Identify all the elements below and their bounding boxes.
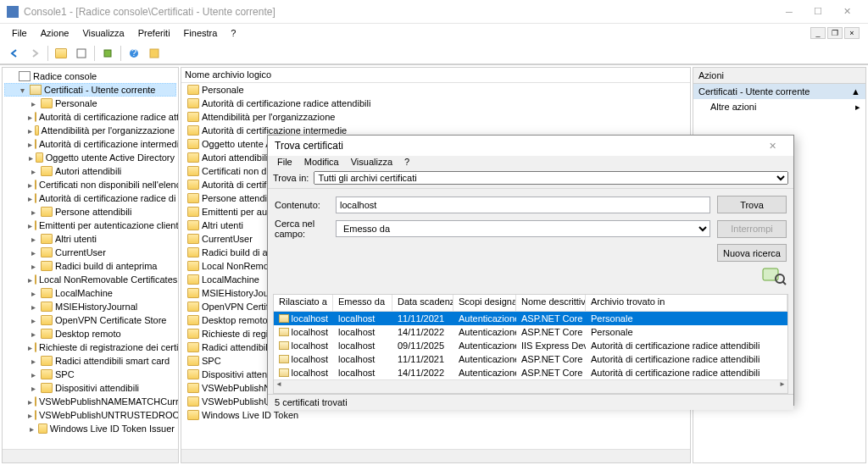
dialog-menu-visualizza[interactable]: Visualizza: [345, 156, 398, 168]
list-item[interactable]: Autorità di certificazione radice attend…: [181, 97, 690, 110]
tree-item[interactable]: ▸Attendibilità per l'organizzazione: [4, 124, 176, 137]
tree-item[interactable]: ▸OpenVPN Certificate Store: [4, 313, 176, 327]
main-menubar: File Azione Visualizza Preferiti Finestr…: [0, 24, 868, 42]
dialog-title: Trova certificati: [275, 140, 758, 152]
result-row[interactable]: localhost localhost14/11/2022 Autenticaz…: [274, 325, 787, 339]
result-row[interactable]: localhost localhost11/11/2021 Autenticaz…: [274, 352, 787, 366]
list-hscrollbar[interactable]: [181, 449, 690, 462]
help-button[interactable]: ?: [125, 44, 143, 63]
tree-item[interactable]: ▸Richieste di registrazione dei certific…: [4, 340, 176, 354]
dialog-body: Contenuto: Trova Cerca nel campo: Emesso…: [268, 189, 793, 294]
tree-item[interactable]: ▸Altri utenti: [4, 232, 176, 246]
tree-item[interactable]: ▸Dispositivi attendibili: [4, 381, 176, 395]
actions-more-label: Altre azioni: [710, 102, 756, 113]
content-input[interactable]: [336, 197, 710, 213]
main-toolbar: ?: [0, 42, 868, 64]
tree-item[interactable]: ▸Windows Live ID Token Issuer: [4, 422, 176, 435]
tree-item[interactable]: ▸Certificati non disponibili nell'elenco…: [4, 178, 176, 191]
dialog-menu-help[interactable]: ?: [398, 156, 415, 168]
tree-item[interactable]: ▸Oggetto utente Active Directory: [4, 151, 176, 164]
search-in-select[interactable]: Tutti gli archivi certificati: [314, 171, 788, 185]
tree-item[interactable]: ▸Desktop remoto: [4, 327, 176, 340]
menu-visualizza[interactable]: Visualizza: [75, 26, 131, 40]
result-row[interactable]: localhost localhost09/11/2025 Autenticaz…: [274, 339, 787, 352]
main-titlebar: Console1 - [Radice console\Certificati -…: [0, 0, 868, 24]
tree-item[interactable]: ▸SPC: [4, 368, 176, 381]
tree-item[interactable]: ▸VSWebPublishUNTRUSTEDROOTCurrentUser: [4, 408, 176, 422]
tree-item[interactable]: ▸MSIEHistoryJournal: [4, 300, 176, 313]
actions-more[interactable]: Altre azioni ▸: [693, 99, 865, 115]
export-button[interactable]: [98, 44, 117, 63]
tree-item[interactable]: ▸Emittenti per autenticazione client: [4, 219, 176, 232]
tree-root[interactable]: Radice console: [4, 69, 176, 83]
list-column-header[interactable]: Nome archivio logico: [181, 68, 690, 83]
magnify-icon: [761, 267, 787, 287]
field-select[interactable]: Emesso da: [336, 220, 710, 237]
actions-section-label: Certificati - Utente corrente: [698, 86, 810, 97]
actions-section[interactable]: Certificati - Utente corrente ▲: [693, 84, 865, 99]
dialog-close-button[interactable]: ✕: [758, 136, 787, 156]
menu-file[interactable]: File: [5, 26, 34, 40]
app-icon: [7, 6, 19, 18]
actions-header: Azioni: [693, 68, 865, 84]
new-search-button[interactable]: Nuova ricerca: [717, 244, 787, 262]
tree-item[interactable]: ▸Autorità di certificazione radice atten…: [4, 110, 176, 124]
tree-item[interactable]: ▸Autori attendibili: [4, 164, 176, 178]
col-nome[interactable]: Nome descrittivo: [516, 295, 586, 311]
menu-preferiti[interactable]: Preferiti: [131, 26, 177, 40]
maximize-button[interactable]: ☐: [804, 2, 832, 22]
mdi-restore[interactable]: ❐: [827, 27, 843, 39]
tree-cert-user[interactable]: ▾Certificati - Utente corrente: [4, 83, 176, 97]
dialog-titlebar[interactable]: Trova certificati ✕: [268, 136, 793, 156]
window-title: Console1 - [Radice console\Certificati -…: [24, 6, 775, 18]
dialog-menu-file[interactable]: File: [271, 156, 298, 168]
menu-help[interactable]: ?: [224, 26, 242, 40]
tree-item[interactable]: ▸Personale: [4, 97, 176, 110]
col-emesso[interactable]: Emesso da: [333, 295, 392, 311]
tree-pane[interactable]: Radice console▾Certificati - Utente corr…: [2, 67, 179, 463]
options-button[interactable]: [145, 44, 164, 63]
list-item[interactable]: Windows Live ID Token: [181, 408, 690, 422]
dialog-searchbar: Trova in: Tutti gli archivi certificati: [268, 168, 793, 189]
show-hide-tree-button[interactable]: [72, 44, 91, 63]
results-header[interactable]: Rilasciato a Emesso da Data scadenza Sco…: [274, 295, 787, 312]
forward-button[interactable]: [25, 44, 44, 63]
tree-item[interactable]: ▸Local NonRemovable Certificates: [4, 273, 176, 286]
col-data[interactable]: Data scadenza: [392, 295, 453, 311]
list-item[interactable]: Personale: [181, 83, 690, 97]
result-row[interactable]: localhost localhost14/11/2022 Autenticaz…: [274, 366, 787, 379]
results-hscrollbar[interactable]: [274, 379, 787, 393]
results-table[interactable]: Rilasciato a Emesso da Data scadenza Sco…: [273, 294, 788, 394]
find-button[interactable]: Trova: [717, 196, 787, 213]
tree-item[interactable]: ▸Autorità di certificazione radice di te…: [4, 191, 176, 205]
tree-item[interactable]: ▸Radici attendibili smart card: [4, 354, 176, 368]
tree-hscrollbar[interactable]: [3, 449, 178, 462]
mdi-minimize[interactable]: _: [810, 27, 826, 39]
col-archivio[interactable]: Archivio trovato in: [586, 295, 787, 311]
up-button[interactable]: [52, 44, 70, 63]
cert-icon: [279, 328, 289, 336]
minimize-button[interactable]: ─: [775, 2, 804, 22]
tree-item[interactable]: ▸Persone attendibili: [4, 205, 176, 219]
tree-item[interactable]: ▸VSWebPublishNAMEMATCHCurrentUser: [4, 395, 176, 408]
result-row[interactable]: localhost localhost11/11/2021 Autenticaz…: [274, 312, 787, 325]
list-item[interactable]: Attendibilità per l'organizzazione: [181, 110, 690, 124]
dialog-menubar: File Modifica Visualizza ?: [268, 156, 793, 168]
tree-item[interactable]: ▸CurrentUser: [4, 246, 176, 259]
svg-rect-4: [150, 49, 159, 58]
cert-icon: [279, 314, 289, 323]
tree-item[interactable]: ▸LocalMachine: [4, 286, 176, 300]
chevron-right-icon: ▸: [855, 102, 860, 113]
dialog-menu-modifica[interactable]: Modifica: [298, 156, 345, 168]
back-button[interactable]: [5, 44, 24, 63]
menu-azione[interactable]: Azione: [34, 26, 76, 40]
close-button[interactable]: ✕: [832, 2, 861, 22]
svg-rect-1: [104, 50, 111, 57]
content-label: Contenuto:: [275, 200, 329, 210]
tree-item[interactable]: ▸Autorità di certificazione intermedie: [4, 137, 176, 151]
col-scopi[interactable]: Scopi designati: [453, 295, 516, 311]
mdi-close[interactable]: ×: [844, 27, 860, 39]
menu-finestra[interactable]: Finestra: [177, 26, 225, 40]
tree-item[interactable]: ▸Radici build di anteprima: [4, 259, 176, 273]
col-rilasciato[interactable]: Rilasciato a: [274, 295, 333, 311]
